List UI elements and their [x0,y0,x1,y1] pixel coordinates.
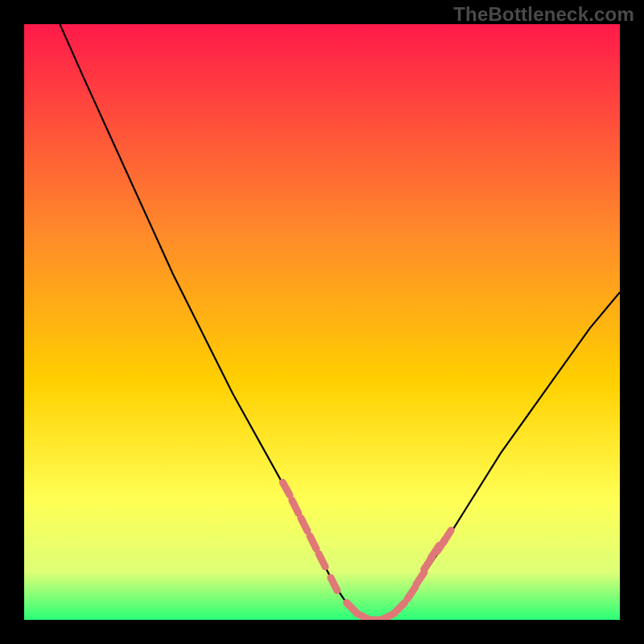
chart-frame: TheBottleneck.com [0,0,644,644]
gradient-background [24,24,620,620]
plot-area [24,24,620,620]
chart-svg [24,24,620,620]
watermark-text: TheBottleneck.com [453,3,634,26]
